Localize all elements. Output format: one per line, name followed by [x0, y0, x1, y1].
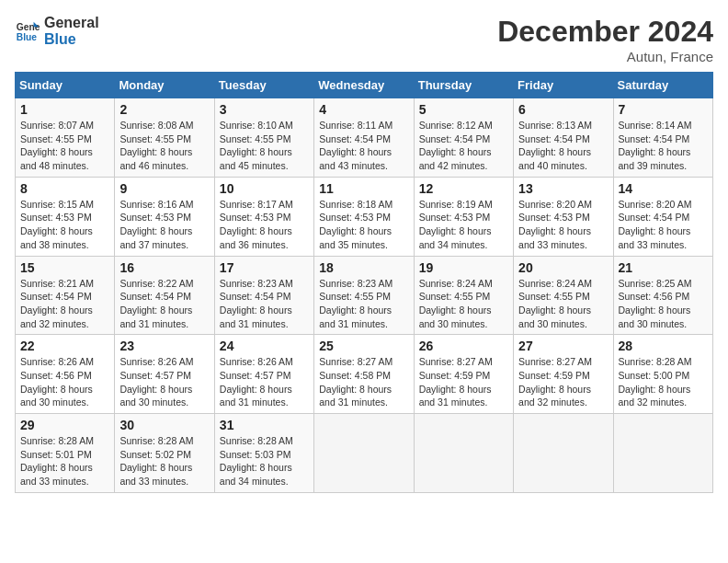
day-number: 11 [319, 181, 408, 196]
calendar-cell: 17Sunrise: 8:23 AMSunset: 4:54 PMDayligh… [214, 256, 313, 335]
day-number: 12 [419, 181, 508, 196]
day-info: Sunrise: 8:15 AMSunset: 4:53 PMDaylight:… [20, 198, 109, 252]
day-number: 29 [20, 418, 109, 432]
day-info: Sunrise: 8:20 AMSunset: 4:53 PMDaylight:… [518, 198, 608, 252]
calendar-cell: 21Sunrise: 8:25 AMSunset: 4:56 PMDayligh… [613, 256, 712, 335]
day-info: Sunrise: 8:13 AMSunset: 4:54 PMDaylight:… [518, 119, 608, 173]
calendar-cell: 26Sunrise: 8:27 AMSunset: 4:59 PMDayligh… [414, 335, 513, 414]
day-number: 9 [119, 181, 209, 196]
day-number: 28 [619, 339, 708, 353]
day-number: 19 [419, 260, 508, 275]
calendar-cell: 22Sunrise: 8:26 AMSunset: 4:56 PMDayligh… [16, 335, 115, 414]
calendar-cell: 10Sunrise: 8:17 AMSunset: 4:53 PMDayligh… [214, 177, 313, 256]
day-info: Sunrise: 8:23 AMSunset: 4:55 PMDaylight:… [319, 277, 408, 331]
day-info: Sunrise: 8:28 AMSunset: 5:03 PMDaylight:… [220, 434, 309, 488]
calendar-cell [613, 414, 712, 493]
header-sunday: Sunday [16, 73, 115, 98]
calendar-cell: 16Sunrise: 8:22 AMSunset: 4:54 PMDayligh… [115, 256, 214, 335]
day-number: 18 [319, 260, 408, 275]
day-info: Sunrise: 8:26 AMSunset: 4:56 PMDaylight:… [20, 355, 109, 409]
day-info: Sunrise: 8:23 AMSunset: 4:54 PMDaylight:… [220, 277, 309, 331]
calendar-cell [314, 414, 414, 493]
calendar-cell: 14Sunrise: 8:20 AMSunset: 4:54 PMDayligh… [613, 177, 712, 256]
calendar-cell: 30Sunrise: 8:28 AMSunset: 5:02 PMDayligh… [115, 414, 214, 493]
day-number: 22 [20, 339, 109, 353]
header-friday: Friday [514, 73, 613, 98]
logo-icon: General Blue [15, 18, 40, 44]
page-header: General Blue General Blue December 2024 … [15, 15, 713, 64]
day-info: Sunrise: 8:26 AMSunset: 4:57 PMDaylight:… [119, 355, 209, 409]
calendar-cell: 1Sunrise: 8:07 AMSunset: 4:55 PMDaylight… [16, 98, 115, 178]
day-info: Sunrise: 8:19 AMSunset: 4:53 PMDaylight:… [419, 198, 508, 252]
calendar-cell: 25Sunrise: 8:27 AMSunset: 4:58 PMDayligh… [314, 335, 414, 414]
calendar-cell: 27Sunrise: 8:27 AMSunset: 4:59 PMDayligh… [514, 335, 613, 414]
day-info: Sunrise: 8:08 AMSunset: 4:55 PMDaylight:… [119, 119, 209, 173]
logo: General Blue General Blue [15, 15, 99, 47]
day-number: 8 [20, 181, 109, 196]
day-info: Sunrise: 8:07 AMSunset: 4:55 PMDaylight:… [20, 119, 109, 173]
day-info: Sunrise: 8:17 AMSunset: 4:53 PMDaylight:… [220, 198, 309, 252]
day-number: 3 [220, 102, 309, 117]
day-number: 20 [518, 260, 608, 275]
calendar-row-5: 29Sunrise: 8:28 AMSunset: 5:01 PMDayligh… [16, 414, 713, 493]
calendar-cell: 31Sunrise: 8:28 AMSunset: 5:03 PMDayligh… [214, 414, 313, 493]
calendar-cell: 24Sunrise: 8:26 AMSunset: 4:57 PMDayligh… [214, 335, 313, 414]
month-title: December 2024 [497, 15, 713, 49]
day-number: 4 [319, 102, 408, 117]
header-tuesday: Tuesday [214, 73, 313, 98]
day-number: 27 [518, 339, 608, 353]
svg-text:Blue: Blue [17, 32, 38, 42]
calendar-cell: 15Sunrise: 8:21 AMSunset: 4:54 PMDayligh… [16, 256, 115, 335]
calendar-cell: 2Sunrise: 8:08 AMSunset: 4:55 PMDaylight… [115, 98, 214, 178]
calendar-cell: 20Sunrise: 8:24 AMSunset: 4:55 PMDayligh… [514, 256, 613, 335]
day-info: Sunrise: 8:25 AMSunset: 4:56 PMDaylight:… [619, 277, 708, 331]
day-number: 25 [319, 339, 408, 353]
header-monday: Monday [115, 73, 214, 98]
day-number: 7 [619, 102, 708, 117]
calendar-row-2: 8Sunrise: 8:15 AMSunset: 4:53 PMDaylight… [16, 177, 713, 256]
day-number: 31 [220, 418, 309, 432]
day-info: Sunrise: 8:20 AMSunset: 4:54 PMDaylight:… [619, 198, 708, 252]
svg-text:General: General [17, 22, 40, 32]
calendar-cell: 12Sunrise: 8:19 AMSunset: 4:53 PMDayligh… [414, 177, 513, 256]
day-number: 6 [518, 102, 608, 117]
day-info: Sunrise: 8:26 AMSunset: 4:57 PMDaylight:… [220, 355, 309, 409]
day-number: 15 [20, 260, 109, 275]
day-info: Sunrise: 8:21 AMSunset: 4:54 PMDaylight:… [20, 277, 109, 331]
calendar-cell: 13Sunrise: 8:20 AMSunset: 4:53 PMDayligh… [514, 177, 613, 256]
calendar-cell [514, 414, 613, 493]
day-number: 16 [119, 260, 209, 275]
calendar-cell: 5Sunrise: 8:12 AMSunset: 4:54 PMDaylight… [414, 98, 513, 178]
calendar-row-3: 15Sunrise: 8:21 AMSunset: 4:54 PMDayligh… [16, 256, 713, 335]
day-info: Sunrise: 8:22 AMSunset: 4:54 PMDaylight:… [119, 277, 209, 331]
calendar-cell: 23Sunrise: 8:26 AMSunset: 4:57 PMDayligh… [115, 335, 214, 414]
calendar-cell: 19Sunrise: 8:24 AMSunset: 4:55 PMDayligh… [414, 256, 513, 335]
calendar-cell: 6Sunrise: 8:13 AMSunset: 4:54 PMDaylight… [514, 98, 613, 178]
calendar-cell: 4Sunrise: 8:11 AMSunset: 4:54 PMDaylight… [314, 98, 414, 178]
day-number: 5 [419, 102, 508, 117]
day-info: Sunrise: 8:28 AMSunset: 5:02 PMDaylight:… [119, 434, 209, 488]
day-info: Sunrise: 8:24 AMSunset: 4:55 PMDaylight:… [518, 277, 608, 331]
calendar-cell: 11Sunrise: 8:18 AMSunset: 4:53 PMDayligh… [314, 177, 414, 256]
day-info: Sunrise: 8:12 AMSunset: 4:54 PMDaylight:… [419, 119, 508, 173]
day-info: Sunrise: 8:10 AMSunset: 4:55 PMDaylight:… [220, 119, 309, 173]
day-info: Sunrise: 8:18 AMSunset: 4:53 PMDaylight:… [319, 198, 408, 252]
day-info: Sunrise: 8:24 AMSunset: 4:55 PMDaylight:… [419, 277, 508, 331]
calendar-cell: 3Sunrise: 8:10 AMSunset: 4:55 PMDaylight… [214, 98, 313, 178]
day-info: Sunrise: 8:27 AMSunset: 4:59 PMDaylight:… [419, 355, 508, 409]
day-info: Sunrise: 8:14 AMSunset: 4:54 PMDaylight:… [619, 119, 708, 173]
day-number: 23 [119, 339, 209, 353]
day-info: Sunrise: 8:11 AMSunset: 4:54 PMDaylight:… [319, 119, 408, 173]
day-info: Sunrise: 8:27 AMSunset: 4:59 PMDaylight:… [518, 355, 608, 409]
day-info: Sunrise: 8:27 AMSunset: 4:58 PMDaylight:… [319, 355, 408, 409]
calendar-cell: 28Sunrise: 8:28 AMSunset: 5:00 PMDayligh… [613, 335, 712, 414]
header-thursday: Thursday [414, 73, 513, 98]
day-number: 21 [619, 260, 708, 275]
day-number: 1 [20, 102, 109, 117]
calendar-cell [414, 414, 513, 493]
location: Autun, France [497, 49, 713, 64]
calendar-cell: 7Sunrise: 8:14 AMSunset: 4:54 PMDaylight… [613, 98, 712, 178]
calendar-cell: 9Sunrise: 8:16 AMSunset: 4:53 PMDaylight… [115, 177, 214, 256]
logo-blue: Blue [44, 31, 99, 48]
calendar-cell: 8Sunrise: 8:15 AMSunset: 4:53 PMDaylight… [16, 177, 115, 256]
